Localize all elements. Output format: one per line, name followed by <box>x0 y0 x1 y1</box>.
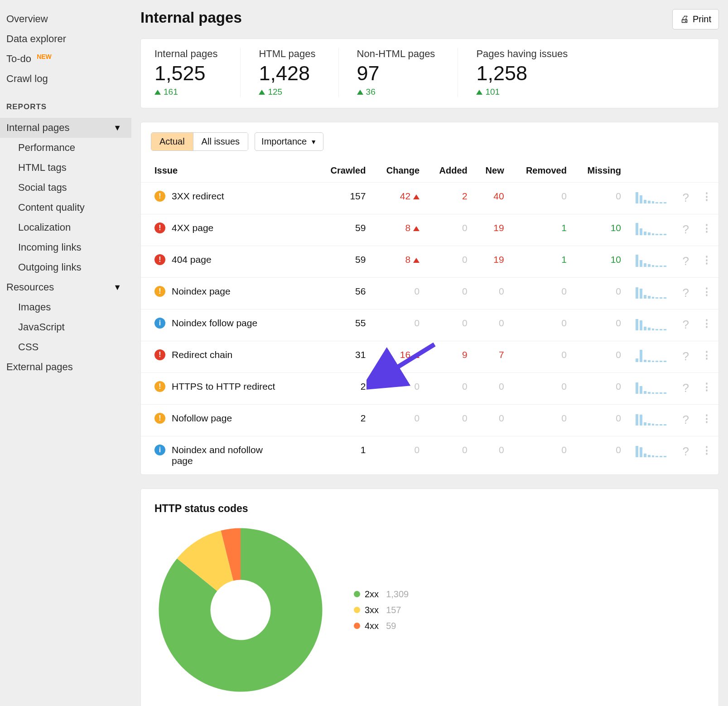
sparkline-icon <box>636 222 666 235</box>
sidebar-item-localization[interactable]: Localization <box>0 218 131 237</box>
more-menu-icon[interactable]: ⋮ <box>702 286 712 297</box>
sidebar-item-data-explorer[interactable]: Data explorer <box>0 29 131 49</box>
sidebar-item-outgoing-links[interactable]: Outgoing links <box>0 257 131 277</box>
sidebar-item-css[interactable]: CSS <box>0 337 131 357</box>
sidebar-item-images[interactable]: Images <box>0 297 131 317</box>
sidebar-item-content-quality[interactable]: Content quality <box>0 198 131 218</box>
triangle-up-icon <box>259 90 265 95</box>
th-issue[interactable]: Issue <box>141 159 316 183</box>
cell-removed: 0 <box>511 278 573 309</box>
help-icon[interactable]: ? <box>683 222 689 236</box>
cell-missing: 10 <box>573 214 627 246</box>
cell-sparkline <box>627 214 673 246</box>
legend-item[interactable]: 4xx 59 <box>354 618 409 634</box>
stat-delta: 101 <box>476 87 568 97</box>
legend-dot-icon <box>354 607 360 613</box>
table-row[interactable]: !Nofollow page 2 0 0 0 0 0 ? ⋮ <box>141 405 718 436</box>
sidebar-item-social-tags[interactable]: Social tags <box>0 178 131 198</box>
chevron-down-icon: ▼ <box>113 283 121 292</box>
cell-added: 0 <box>426 373 474 405</box>
cell-sparkline <box>627 246 673 278</box>
issue-name: HTTPS to HTTP redirect <box>172 381 275 392</box>
th-removed[interactable]: Removed <box>511 159 573 183</box>
sidebar-item-crawl-log[interactable]: Crawl log <box>0 69 131 89</box>
more-menu-icon[interactable]: ⋮ <box>702 222 712 234</box>
sidebar-item-resources[interactable]: Resources ▼ <box>0 277 131 297</box>
sidebar-item-incoming-links[interactable]: Incoming links <box>0 237 131 257</box>
page-title: Internal pages <box>140 9 242 26</box>
cell-removed: 0 <box>511 341 573 373</box>
table-row[interactable]: !HTTPS to HTTP redirect 2 0 0 0 0 0 ? ⋮ <box>141 373 718 405</box>
print-button[interactable]: Print <box>672 9 719 29</box>
sidebar-item-todo[interactable]: To-do NEW <box>0 49 131 69</box>
table-row[interactable]: !Noindex page 56 0 0 0 0 0 ? ⋮ <box>141 278 718 309</box>
info-icon: i <box>154 445 165 455</box>
sidebar-item-performance[interactable]: Performance <box>0 138 131 158</box>
th-change[interactable]: Change <box>372 159 426 183</box>
more-menu-icon[interactable]: ⋮ <box>702 318 712 329</box>
sparkline-icon <box>636 318 666 330</box>
stat-value: 97 <box>357 62 435 85</box>
err-icon: ! <box>154 222 165 233</box>
help-icon[interactable]: ? <box>683 254 689 268</box>
stat-delta: 36 <box>357 87 435 97</box>
help-icon[interactable]: ? <box>683 318 689 331</box>
issues-card: Actual All issues Importance ▼ Issue Cra… <box>140 122 719 475</box>
stat-value: 1,258 <box>476 62 568 85</box>
cell-crawled: 59 <box>316 214 372 246</box>
main: Internal pages Print Internal pages 1,52… <box>131 0 728 706</box>
sidebar-item-external-pages[interactable]: External pages <box>0 357 131 377</box>
th-added[interactable]: Added <box>426 159 474 183</box>
th-missing[interactable]: Missing <box>573 159 627 183</box>
more-menu-icon[interactable]: ⋮ <box>702 191 712 202</box>
cell-missing: 0 <box>573 341 627 373</box>
more-menu-icon[interactable]: ⋮ <box>702 413 712 424</box>
stat-label: Non-HTML pages <box>357 48 435 60</box>
help-icon[interactable]: ? <box>683 286 689 300</box>
help-icon[interactable]: ? <box>683 191 689 204</box>
chart-title: HTTP status codes <box>154 503 705 515</box>
more-menu-icon[interactable]: ⋮ <box>702 349 712 361</box>
table-row[interactable]: !4XX page 59 8 0 19 1 10 ? ⋮ <box>141 214 718 246</box>
more-menu-icon[interactable]: ⋮ <box>702 445 712 456</box>
chevron-down-icon: ▼ <box>310 138 317 145</box>
cell-new: 0 <box>474 309 511 341</box>
cell-new: 0 <box>474 278 511 309</box>
more-menu-icon[interactable]: ⋮ <box>702 254 712 266</box>
help-icon[interactable]: ? <box>683 445 689 458</box>
th-new[interactable]: New <box>474 159 511 183</box>
cell-sparkline <box>627 436 673 475</box>
th-crawled[interactable]: Crawled <box>316 159 372 183</box>
table-row[interactable]: iNoindex and nofollow page 1 0 0 0 0 0 ?… <box>141 436 718 475</box>
cell-removed: 0 <box>511 309 573 341</box>
cell-sparkline <box>627 278 673 309</box>
legend-item[interactable]: 3xx 157 <box>354 602 409 618</box>
sidebar-item-overview[interactable]: Overview <box>0 9 131 29</box>
cell-sparkline <box>627 405 673 436</box>
legend-item[interactable]: 2xx 1,309 <box>354 586 409 602</box>
tab-actual[interactable]: Actual <box>151 133 193 150</box>
help-icon[interactable]: ? <box>683 413 689 426</box>
table-row[interactable]: !3XX redirect 157 42 2 40 0 0 ? ⋮ <box>141 183 718 214</box>
sidebar-item-html-tags[interactable]: HTML tags <box>0 158 131 178</box>
importance-select[interactable]: Importance ▼ <box>255 132 323 151</box>
table-row[interactable]: !404 page 59 8 0 19 1 10 ? ⋮ <box>141 246 718 278</box>
legend-dot-icon <box>354 623 360 629</box>
cell-added: 0 <box>426 214 474 246</box>
tab-all-issues[interactable]: All issues <box>193 133 248 150</box>
table-row[interactable]: iNoindex follow page 55 0 0 0 0 0 ? ⋮ <box>141 309 718 341</box>
legend-label: 2xx <box>365 589 379 600</box>
cell-added: 0 <box>426 436 474 475</box>
table-row[interactable]: !Redirect chain 31 16 9 7 0 0 ? ⋮ <box>141 341 718 373</box>
chevron-down-icon: ▼ <box>113 123 121 133</box>
sidebar-item-javascript[interactable]: JavaScript <box>0 317 131 337</box>
more-menu-icon[interactable]: ⋮ <box>702 381 712 392</box>
sparkline-icon <box>636 191 666 203</box>
importance-label: Importance <box>261 136 307 147</box>
cell-change: 0 <box>372 373 426 405</box>
help-icon[interactable]: ? <box>683 381 689 395</box>
help-icon[interactable]: ? <box>683 349 689 363</box>
cell-new: 0 <box>474 436 511 475</box>
sidebar-item-internal-pages[interactable]: Internal pages ▼ <box>0 118 131 138</box>
cell-sparkline <box>627 341 673 373</box>
